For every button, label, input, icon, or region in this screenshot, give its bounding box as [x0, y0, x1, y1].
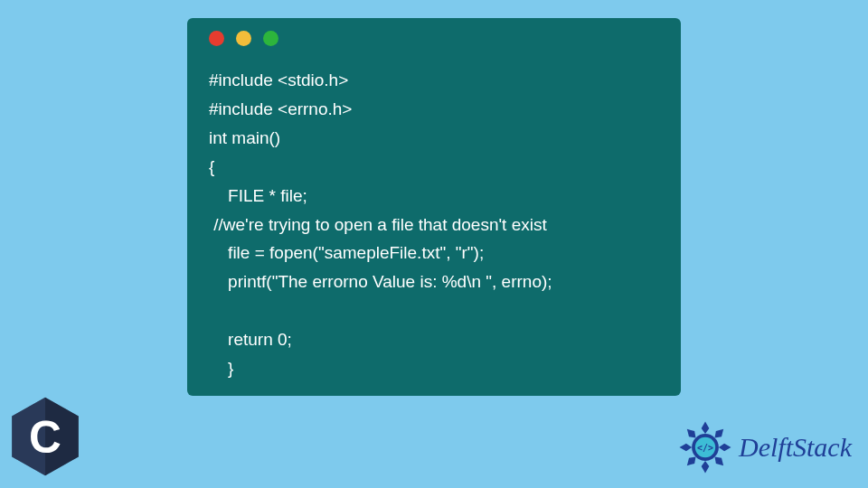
c-language-logo: C: [9, 396, 81, 477]
window-traffic-lights: [209, 31, 665, 46]
svg-text:C: C: [29, 412, 61, 463]
svg-marker-8: [702, 461, 710, 474]
code-window: #include <stdio.h> #include <errno.h> in…: [187, 18, 681, 396]
delftstack-logo-icon: </>: [677, 419, 733, 475]
code-block: #include <stdio.h> #include <errno.h> in…: [209, 66, 665, 383]
svg-text:</>: </>: [697, 443, 713, 453]
svg-marker-10: [680, 444, 693, 452]
delftstack-brand: </> DelftStack: [677, 419, 852, 475]
svg-marker-6: [719, 444, 731, 452]
maximize-icon: [263, 31, 278, 46]
brand-name: DelftStack: [739, 432, 852, 463]
minimize-icon: [236, 31, 251, 46]
svg-marker-4: [702, 421, 710, 434]
close-icon: [209, 31, 224, 46]
